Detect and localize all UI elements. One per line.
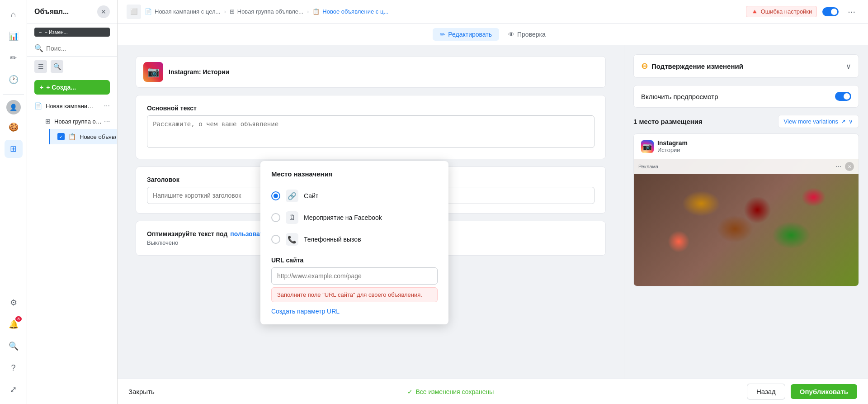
pencil-icon: ✏ <box>440 31 445 38</box>
close-button[interactable]: ✕ <box>97 5 110 18</box>
destination-event-option[interactable]: 🗓 Мероприятие на Facebook <box>271 207 438 228</box>
chevron-down-icon-small: ∨ <box>849 118 853 125</box>
sidebar: ⌂ 📊 ✏ 🕐 👤 🍪 ⊞ ⚙ 🔔 8 🔍 ? ⤢ <box>0 0 27 404</box>
search-icon-small: 🔍 <box>34 44 43 52</box>
edit-tab-label: Редактировать <box>448 31 492 38</box>
main-text-input[interactable] <box>147 115 594 148</box>
left-panel-header: Объявл... ✕ <box>27 0 117 24</box>
breadcrumb-actions: 🔺 Ошибка настройки ··· <box>746 5 859 19</box>
review-tab[interactable]: 👁 Проверка <box>501 28 553 41</box>
bell-icon[interactable]: 🔔 8 <box>5 315 23 333</box>
create-button[interactable]: + + Созда... <box>34 80 110 95</box>
site-label: Сайт <box>304 192 318 200</box>
breadcrumb-adgroup-icon: ⊞ <box>230 8 235 15</box>
clock-icon[interactable]: 🕐 <box>5 71 23 89</box>
bottom-right: Назад Опубликовать <box>747 384 857 399</box>
campaign-item-left: 📄 Новая кампания с целью "Трафик" <box>34 102 95 109</box>
edit-tab[interactable]: ✏ Редактировать <box>433 28 499 41</box>
ad-group-icon: ⊞ <box>45 118 51 125</box>
campaign-item[interactable]: 📄 Новая кампания с целью "Трафик" ··· <box>27 98 117 114</box>
check-icon: ✓ <box>407 388 413 395</box>
back-button[interactable]: Назад <box>747 384 785 399</box>
settings-icon[interactable]: ⚙ <box>5 294 23 312</box>
minus-icon: − <box>39 29 42 35</box>
more-options-button[interactable]: ··· <box>844 5 859 19</box>
search-bar: 🔍 <box>27 40 117 57</box>
preview-panel-inner: ⊖ Подтверждение изменений ∨ Включить пре… <box>624 45 868 295</box>
ad-checkbox[interactable]: ✓ <box>57 133 65 140</box>
form-panel: 📷 Instagram: Истории Основной текст Заго… <box>118 45 624 379</box>
chart-icon[interactable]: 📊 <box>5 27 23 45</box>
view-variations-button[interactable]: View more variations ↗ ∨ <box>778 115 859 128</box>
edit-pen-icon[interactable]: ✏ <box>5 49 23 67</box>
breadcrumb-ad-label: Новое объявление с ц... <box>322 8 388 15</box>
ad-group-dots[interactable]: ··· <box>104 117 110 125</box>
instagram-placement-icon: 📷 <box>641 140 654 153</box>
ad-group-item[interactable]: ⊞ Новая группа объявлений с целью "... ·… <box>38 114 117 129</box>
ad-toggle[interactable] <box>822 7 839 16</box>
list-view-tab[interactable]: ☰ <box>34 60 47 73</box>
event-radio[interactable] <box>271 213 280 222</box>
publish-button[interactable]: Опубликовать <box>791 384 857 399</box>
preview-toggle[interactable] <box>835 92 851 101</box>
view-variations-label: View more variations <box>784 118 838 125</box>
plus-icon: + <box>40 84 43 91</box>
notification-badge: 8 <box>15 316 21 322</box>
ad-item[interactable]: ✓ 📋 Новое объявление с целью "Т... ⚠ ··· <box>49 129 117 144</box>
destination-site-option[interactable]: 🔗 Сайт <box>271 185 438 207</box>
breadcrumb-ad-icon: 📋 <box>312 8 320 15</box>
breadcrumb-campaign[interactable]: 📄 Новая кампания с цел... <box>145 8 220 15</box>
breadcrumb-adgroup[interactable]: ⊞ Новая группа объявле... <box>230 8 303 15</box>
create-label: + Созда... <box>46 84 76 91</box>
left-panel-title: Объявл... <box>34 8 69 16</box>
dots-icon: ··· <box>835 162 841 171</box>
search-icon[interactable]: 🔍 <box>5 337 23 355</box>
url-input[interactable] <box>271 267 438 285</box>
placements-header: 1 место размещения View more variations … <box>633 115 859 128</box>
close-overlay-button[interactable]: ✕ <box>845 162 854 171</box>
confirm-changes-label: Подтверждение изменений <box>651 62 743 70</box>
izmenen-badge[interactable]: − − Измен... <box>34 28 110 37</box>
overlay-text: Реклама <box>638 164 658 169</box>
close-link-button[interactable]: Закрыть <box>128 388 155 395</box>
expand-icon[interactable]: ⤢ <box>5 380 23 399</box>
placement-type: Истории <box>657 147 688 153</box>
main-text-label: Основной текст <box>147 105 594 112</box>
saved-label: Все изменения сохранены <box>415 388 494 395</box>
food-image <box>634 159 859 286</box>
campaign-dots[interactable]: ··· <box>104 102 110 110</box>
placements-count: 1 место размещения <box>633 118 703 125</box>
campaign-name: Новая кампания с целью "Трафик" <box>46 103 95 109</box>
edit-review-tab-bar: ✏ Редактировать 👁 Проверка <box>118 24 868 45</box>
site-radio[interactable] <box>271 191 280 200</box>
enable-preview-row: Включить предпросмотр <box>633 85 859 108</box>
ad-icon: 📋 <box>68 133 76 140</box>
home-icon[interactable]: ⌂ <box>5 5 23 24</box>
destination-phone-option[interactable]: 📞 Телефонный вызов <box>271 228 438 250</box>
error-badge[interactable]: 🔺 Ошибка настройки <box>746 6 817 17</box>
placement-card: 📷 Instagram Истории Реклама ··· ✕ <box>633 133 859 286</box>
breadcrumb: ⬜ 📄 Новая кампания с цел... › ⊞ Новая гр… <box>127 5 388 19</box>
instagram-header: 📷 Instagram: Истории <box>136 56 606 88</box>
breadcrumb-sep-1: › <box>224 8 226 15</box>
breadcrumb-campaign-icon: 📄 <box>145 8 152 15</box>
ad-group-item-left: ⊞ Новая группа объявлений с целью "... <box>45 118 104 125</box>
search-input[interactable] <box>46 45 110 52</box>
phone-icon: 📞 <box>286 233 298 246</box>
grid-icon[interactable]: ⊞ <box>5 140 23 158</box>
review-tab-label: Проверка <box>517 31 546 38</box>
saved-indicator: ✓ Все изменения сохранены <box>407 388 494 395</box>
help-icon[interactable]: ? <box>5 359 23 377</box>
avatar[interactable]: 👤 <box>6 100 21 114</box>
phone-radio[interactable] <box>271 235 280 244</box>
error-label: Ошибка настройки <box>761 8 812 15</box>
breadcrumb-ad[interactable]: 📋 Новое объявление с ц... <box>312 8 388 15</box>
cookie-icon[interactable]: 🍪 <box>5 118 23 136</box>
breadcrumb-sep-2: › <box>307 8 309 15</box>
bottom-bar: Закрыть ✓ Все изменения сохранены Назад … <box>118 379 868 404</box>
placement-preview-image: Реклама ··· ✕ <box>634 159 859 286</box>
create-param-link[interactable]: Создать параметр URL <box>271 308 340 315</box>
zoom-tab[interactable]: 🔍 <box>51 60 63 73</box>
toggle-sidebar-button[interactable]: ⬜ <box>127 5 141 19</box>
confirm-header[interactable]: ⊖ Подтверждение изменений ∨ <box>634 55 859 77</box>
